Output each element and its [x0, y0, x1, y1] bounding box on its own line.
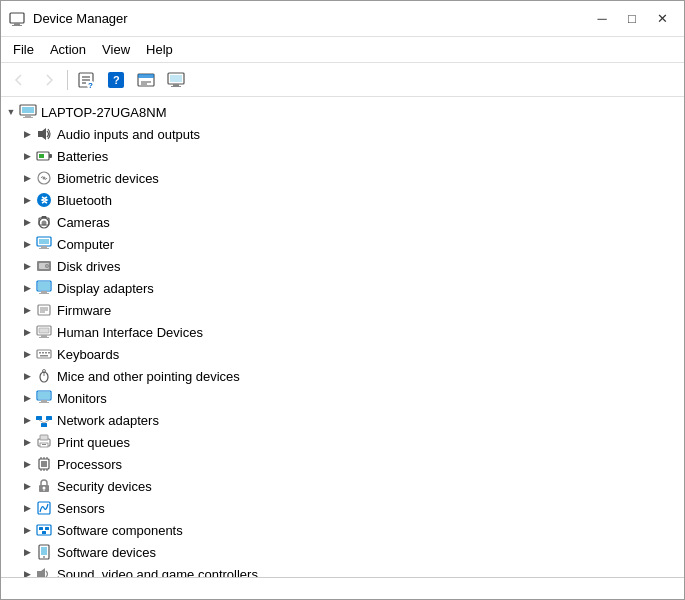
hid-label: Human Interface Devices	[57, 325, 203, 340]
sound-label: Sound, video and game controllers	[57, 567, 258, 578]
svg-rect-45	[39, 293, 49, 294]
firmware-expand[interactable]: ▶	[19, 299, 35, 321]
tree-row-biometric[interactable]: ▶ Biometric devices	[1, 167, 684, 189]
menu-view[interactable]: View	[94, 39, 138, 61]
tree-row-firmware[interactable]: ▶ Firmware	[1, 299, 684, 321]
mice-expand[interactable]: ▶	[19, 365, 35, 387]
tree-row-display[interactable]: ▶ Display adapters	[1, 277, 684, 299]
svg-rect-65	[41, 400, 47, 402]
network-icon	[35, 411, 53, 429]
help-button[interactable]: ?	[102, 67, 130, 93]
svg-rect-35	[39, 239, 49, 244]
svg-rect-44	[41, 291, 47, 293]
main-content: ▼ LAPTOP-27UGA8NM ▶	[1, 97, 684, 577]
print-label: Print queues	[57, 435, 130, 450]
tree-row-hid[interactable]: ▶ Human Interface Devices	[1, 321, 684, 343]
disk-expand[interactable]: ▶	[19, 255, 35, 277]
tree-row-audio[interactable]: ▶ Audio inputs and outputs	[1, 123, 684, 145]
print-expand[interactable]: ▶	[19, 431, 35, 453]
update-button[interactable]	[132, 67, 160, 93]
tree-row-sensors[interactable]: ▶ Sensors	[1, 497, 684, 519]
menu-help[interactable]: Help	[138, 39, 181, 61]
tree-row-cameras[interactable]: ▶ Cameras	[1, 211, 684, 233]
tree-row-mice[interactable]: ▶ Mice and other pointing devices	[1, 365, 684, 387]
main-window: Device Manager ─ □ ✕ File Action View He…	[0, 0, 685, 600]
tree-row-processors[interactable]: ▶ Processors	[1, 453, 684, 475]
tree-row-disk[interactable]: ▶ Disk drives	[1, 255, 684, 277]
network-expand[interactable]: ▶	[19, 409, 35, 431]
properties-button[interactable]: ?	[72, 67, 100, 93]
svg-rect-75	[42, 444, 46, 445]
svg-rect-2	[12, 25, 22, 26]
tree-row-print[interactable]: ▶ Print queues	[1, 431, 684, 453]
monitors-expand[interactable]: ▶	[19, 387, 35, 409]
bluetooth-expand[interactable]: ▶	[19, 189, 35, 211]
bluetooth-icon	[35, 191, 53, 209]
svg-point-94	[43, 556, 45, 558]
batteries-expand[interactable]: ▶	[19, 145, 35, 167]
svg-rect-93	[41, 547, 47, 555]
device-tree[interactable]: ▼ LAPTOP-27UGA8NM ▶	[1, 97, 684, 577]
tree-row-keyboards[interactable]: ▶ Keyboards	[1, 343, 684, 365]
tree-row-monitors[interactable]: ▶ Monitors	[1, 387, 684, 409]
batteries-label: Batteries	[57, 149, 108, 164]
svg-rect-56	[42, 352, 44, 354]
network-label: Network adapters	[57, 413, 159, 428]
menu-file[interactable]: File	[5, 39, 42, 61]
sw-devices-icon	[35, 543, 53, 561]
biometric-expand[interactable]: ▶	[19, 167, 35, 189]
security-icon	[35, 477, 53, 495]
tree-row-computer[interactable]: ▶ Computer	[1, 233, 684, 255]
svg-marker-23	[38, 128, 46, 140]
svg-line-71	[44, 420, 49, 423]
keyboards-expand[interactable]: ▶	[19, 343, 35, 365]
monitor-view-button[interactable]	[162, 67, 190, 93]
display-expand[interactable]: ▶	[19, 277, 35, 299]
root-label: LAPTOP-27UGA8NM	[41, 105, 166, 120]
root-expand-arrow[interactable]: ▼	[3, 101, 19, 123]
svg-rect-21	[25, 115, 31, 117]
display-icon	[35, 279, 53, 297]
svg-point-28	[43, 177, 46, 180]
sound-expand[interactable]: ▶	[19, 563, 35, 577]
tree-row-sound[interactable]: ▶ Sound, video and game controllers	[1, 563, 684, 577]
tree-row-bluetooth[interactable]: ▶ Bluetooth	[1, 189, 684, 211]
sw-components-expand[interactable]: ▶	[19, 519, 35, 541]
back-button[interactable]	[5, 67, 33, 93]
toolbar-sep-1	[67, 70, 68, 90]
biometric-label: Biometric devices	[57, 171, 159, 186]
svg-line-70	[39, 420, 44, 423]
tree-root-row[interactable]: ▼ LAPTOP-27UGA8NM	[1, 101, 684, 123]
app-icon	[9, 11, 25, 27]
svg-rect-68	[46, 416, 52, 420]
svg-rect-22	[23, 117, 33, 118]
svg-rect-73	[40, 435, 48, 440]
tree-row-batteries[interactable]: ▶ Batteries	[1, 145, 684, 167]
computer-expand[interactable]: ▶	[19, 233, 35, 255]
menu-action[interactable]: Action	[42, 39, 94, 61]
forward-button[interactable]	[35, 67, 63, 93]
processors-expand[interactable]: ▶	[19, 453, 35, 475]
security-expand[interactable]: ▶	[19, 475, 35, 497]
sw-components-label: Software components	[57, 523, 183, 538]
tree-row-sw-components[interactable]: ▶ Software components	[1, 519, 684, 541]
tree-row-sw-devices[interactable]: ▶ Software devices	[1, 541, 684, 563]
minimize-button[interactable]: ─	[588, 6, 616, 32]
hid-expand[interactable]: ▶	[19, 321, 35, 343]
sensors-expand[interactable]: ▶	[19, 497, 35, 519]
tree-row-network[interactable]: ▶ Network adapters	[1, 409, 684, 431]
mice-label: Mice and other pointing devices	[57, 369, 240, 384]
svg-rect-18	[170, 75, 182, 82]
sw-devices-expand[interactable]: ▶	[19, 541, 35, 563]
close-button[interactable]: ✕	[648, 6, 676, 32]
keyboards-icon	[35, 345, 53, 363]
svg-rect-43	[38, 282, 50, 290]
cameras-expand[interactable]: ▶	[19, 211, 35, 233]
svg-rect-37	[39, 248, 49, 249]
tree-row-security[interactable]: ▶ Security devices	[1, 475, 684, 497]
bluetooth-label: Bluetooth	[57, 193, 112, 208]
title-bar: Device Manager ─ □ ✕	[1, 1, 684, 37]
svg-rect-51	[39, 328, 49, 333]
maximize-button[interactable]: □	[618, 6, 646, 32]
audio-expand[interactable]: ▶	[19, 123, 35, 145]
